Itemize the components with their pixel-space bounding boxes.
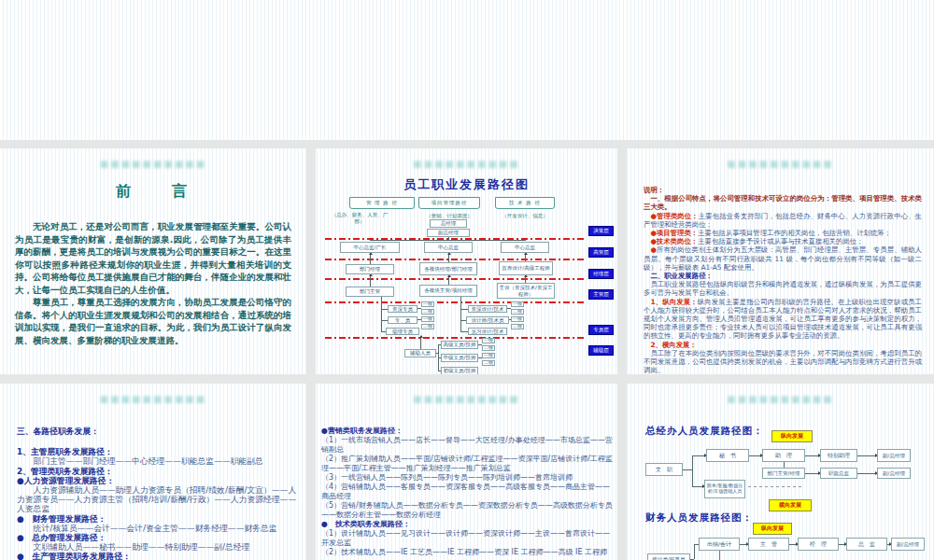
level-badge: 主管层	[588, 289, 614, 300]
text-segment: 2、横向发展：	[650, 341, 697, 349]
text-segment: （3）一线营销人员——陈列员——陈列专员——陈列培训师——首席培训师	[321, 473, 573, 482]
connector-line	[805, 455, 820, 456]
text-segment: 主要包括直接参予设计或从事与技术直接相关的岗位；	[698, 237, 863, 245]
connector-line	[448, 253, 449, 262]
connector-line	[448, 275, 449, 285]
connector-line	[460, 297, 461, 332]
text-line: 文职辅助人员——秘书——助理——特别助理——副/总经理	[17, 542, 297, 552]
connector-line	[683, 469, 692, 470]
flow-node: 二级	[482, 345, 495, 351]
flow-node: 主 管	[748, 538, 789, 551]
connector-line	[420, 336, 421, 349]
text-line: 统计/核算员——会计——会计/资金主管——财务经理——财务总监	[17, 524, 297, 533]
level-divider-line	[325, 278, 585, 280]
path-banner: 项目管理路径	[418, 197, 480, 209]
text-line: ●所有的岗位类别主体划分为五大层级：高管层、部门经理层、主管层、专员层、辅助人员…	[644, 245, 922, 272]
flow-node: 一级	[511, 316, 524, 322]
flow-node: 经 理	[798, 538, 839, 551]
gutter-middle	[0, 374, 934, 384]
text-segment: （4）营销辅助人员——客服专员——资深客服专员——高级客服专员——商品主管——商…	[321, 483, 610, 500]
text-segment: （1）设计辅助人员——见习设计——设计师——资深设计师——主设——首席设计——开…	[321, 529, 610, 547]
text-segment: ●人力资源管理发展路径：	[17, 476, 114, 485]
level-badge: 决策层	[588, 226, 614, 236]
text-line: 三、各路径职务发展：	[17, 427, 297, 436]
slide-thumbnail-1[interactable]: ■■■■■■■■■■ 前 言 无论对员工，还是对公司而言，职业发展管理都至关重要…	[0, 148, 306, 374]
flow-node: 设计师/技术员	[466, 316, 509, 324]
connector-line	[694, 544, 695, 559]
flow-node: 中级文员/技师	[441, 354, 478, 362]
gutter-vertical-1	[306, 140, 316, 560]
text-line: 部门主管——部门经理——中心经理——职能总监——职能副总	[17, 456, 297, 466]
text-line: （1）设计辅助人员——见习设计——设计师——资深设计师——主设——首席设计——开…	[321, 529, 613, 548]
text-segment: （2）推广策划辅助人员——平面/店铺设计师/工程监理——资深平面/店铺设计师/工…	[321, 455, 613, 472]
slide1-paragraph-2: 尊重员工，尊重员工选择的发展方向，协助员工发展是公司恪守的信条。将个人的职业生涯…	[15, 296, 291, 346]
slide-thumbnail-3[interactable]: ■■■■■■■■■■ 说明：一、根据公司特点，将公司管理和技术可设立的岗位分为：…	[627, 148, 934, 374]
connector-line	[805, 473, 820, 474]
text-line: ● 总办管理发展路径：	[17, 533, 297, 542]
connector-line	[370, 274, 371, 287]
text-segment: （2）技术辅助人员——IE 工艺员——IE 工程师——资深 IE 工程师——高级…	[321, 548, 607, 556]
direction-badge: 纵向发展	[771, 430, 813, 442]
flow-node: 跟单/客服/数据分析/市场营销人员	[704, 480, 745, 498]
slide-thumbnail-4[interactable]: ■■■■■■■■■■ 三、各路径职务发展：1、主管层职务发展路径：部门主管——部…	[0, 384, 306, 560]
level-divider-line	[325, 259, 585, 260]
level-divider-line	[325, 301, 585, 303]
text-segment: ●营销类职务发展路径：	[321, 427, 403, 435]
flow-node: 高级文员/技师	[441, 341, 478, 349]
text-segment: 部门主管——部门经理——中心经理——职能总监——职能副总	[34, 456, 263, 466]
connector-line	[748, 486, 802, 487]
text-line: ●管理类岗位：主要包括业务支持部门，包括总经办、财务中心、人力资源行政中心、生产…	[644, 212, 922, 229]
flow-node: 资深设计/技术	[468, 305, 507, 313]
flow-node: 辅助人员	[404, 349, 436, 357]
level-badge: 高管层	[588, 247, 614, 258]
flow-node: 职能总监	[820, 468, 857, 479]
career-path-diagram: 管 理 路 径项目管理路径技 术 路 径（总办、财务、人资、厂部）（营销、计划调…	[316, 148, 617, 374]
flow-node: 资深专员	[388, 305, 417, 313]
text-line: 2、管理类职务发展路径：	[17, 467, 297, 476]
flow-node: 统计员/核算员	[647, 553, 690, 560]
slide-thumbnail-5[interactable]: ■■■■■■■■■■ ●营销类职务发展路径：（1）一线市场营销人员——店长——督…	[316, 384, 617, 560]
flow-node: 中心总监/厂长	[340, 242, 400, 253]
flow-node: 副总经理	[427, 229, 470, 237]
flow-node: 中心总监	[424, 242, 473, 253]
flow-node: 二级	[421, 324, 434, 329]
text-line: （3）一线营销人员——陈列员——陈列专员——陈列培训师——首席培训师	[321, 473, 613, 483]
connector-line	[370, 253, 371, 264]
flow-node: 文 职	[645, 463, 683, 476]
flow-node: 秘 书	[706, 449, 749, 462]
text-segment: ● 生产管理类职务发展路径：	[17, 552, 131, 560]
slide4-body: 三、各路径职务发展：1、主管层职务发展路径：部门主管——部门经理——中心经理——…	[17, 427, 297, 560]
text-line: 人力资源辅助人员——助理人力资源专员（招聘/绩效/薪酬/文宣）——人力资源专员—…	[17, 485, 297, 514]
text-segment: 说明：	[644, 186, 664, 194]
path-banner: 技 术 路 径	[495, 197, 555, 209]
connector-line	[525, 275, 526, 283]
text-line: （5）营销/财务辅助人员——数据分析专员——资深数据分析专员——高级数据分析专员…	[321, 501, 613, 520]
text-segment: 人力资源辅助人员——助理人力资源专员（招聘/绩效/薪酬/文宣）——人力资源专员—…	[17, 485, 296, 513]
flow-node: 各模块主管/项目经理	[419, 285, 477, 297]
connector-line	[749, 455, 762, 456]
text-line: 2、横向发展：	[644, 341, 922, 349]
level-badge: 辅助层	[588, 345, 614, 356]
text-segment: 1、主管层职务发展路径：	[17, 447, 113, 456]
text-line: （2）推广策划辅助人员——平面/店铺设计师/工程监理——资深平面/店铺设计师/工…	[321, 455, 613, 473]
text-line: ●技术类岗位：主要包括直接参予设计或从事与技术直接相关的岗位；	[644, 237, 922, 245]
flow-node: 总经理	[430, 219, 467, 228]
slide-thumbnail-6[interactable]: ■■■■■■■■■■ 总经办人员发展路径图： 财务人员发展路径图： 文 职秘 书…	[627, 384, 934, 560]
text-segment: 二、职业发展路径：	[650, 272, 713, 280]
connector-line	[381, 297, 382, 332]
direction-badge: 横向发展	[769, 499, 812, 511]
flow-node: 部门主管	[346, 287, 394, 297]
slide-thumbnail-2[interactable]: ■■■■■■■■■■ 员工职业发展路径图 管 理 路 径项目管理路径技 术 路 …	[316, 148, 617, 374]
text-segment: 员工职业发展路径包括纵向职级晋升和横向跨通道发展，通过纵横向发展，为员工提供更多…	[644, 280, 922, 297]
slide1-paragraph-1: 无论对员工，还是对公司而言，职业发展管理都至关重要。公司认为员工是最宝贵的财富，…	[15, 220, 291, 296]
text-line: （1）一线市场营销人员——店长——督导——大区经理/办事处经理——市场总监——营…	[321, 436, 613, 455]
text-segment: ● 总办管理发展路径：	[17, 533, 106, 542]
connector-line	[857, 455, 877, 456]
text-line: （4）营销辅助人员——客服专员——资深客服专员——高级客服专员——商品主管——商…	[321, 483, 613, 501]
slide3-body: 说明：一、根据公司特点，将公司管理和技术可设立的岗位分为：管理类、项目管理类、技…	[644, 186, 922, 374]
text-line: 1、主管层职务发展路径：	[17, 447, 297, 456]
flow-node: 总 监	[846, 538, 887, 551]
flow-node: 一级	[482, 338, 495, 343]
flow-node: 二级	[511, 324, 524, 329]
flow-node: 主设（资深技术/资深工程师）	[497, 283, 555, 299]
